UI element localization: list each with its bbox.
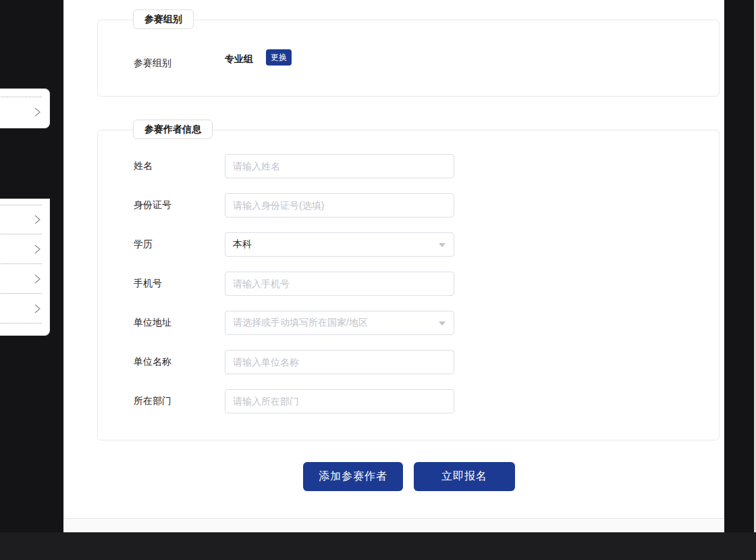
sidebar-accordion-group-1 [0,88,50,128]
divider [0,323,42,324]
page-background-band [63,519,724,532]
work-address-select[interactable]: 请选择或手动填写所在国家/地区 [225,311,454,335]
author-section-legend: 参赛作者信息 [133,120,213,139]
sidebar-item-row[interactable] [32,274,42,284]
add-author-button[interactable]: 添加参赛作者 [303,462,403,491]
page: 参赛组别 参赛组别 专业组 更换 参赛作者信息 姓名 身份证号 学历 本科 手机… [0,0,756,560]
id-number-label: 身份证号 [134,193,171,218]
divider [0,293,42,294]
divider [0,97,42,97]
phone-input[interactable] [225,272,454,296]
department-input[interactable] [225,389,454,413]
sidebar-item-row[interactable] [32,244,42,255]
group-section-legend: 参赛组别 [133,9,194,29]
chevron-down-icon [439,243,446,247]
sidebar-item-row[interactable] [32,303,42,314]
sidebar-item-row[interactable] [32,107,42,118]
work-address-select-placeholder: 请选择或手动填写所在国家/地区 [233,317,435,329]
group-value: 专业组 [225,51,253,68]
name-label: 姓名 [134,154,153,178]
chevron-right-icon [32,303,42,314]
divider [0,263,42,264]
footer [0,532,756,560]
group-row-label: 参赛组别 [134,51,171,76]
work-unit-label: 单位名称 [134,350,171,374]
education-select-value: 本科 [233,238,435,251]
registration-form-panel: 参赛组别 参赛组别 专业组 更换 参赛作者信息 姓名 身份证号 学历 本科 手机… [63,0,724,519]
group-section-card [97,20,720,97]
divider [0,205,42,205]
phone-label: 手机号 [134,272,162,296]
sidebar-item-row[interactable] [32,214,42,225]
department-label: 所在部门 [134,389,171,413]
id-number-input[interactable] [225,193,454,218]
work-address-label: 单位地址 [134,311,171,335]
change-group-button[interactable]: 更换 [266,49,292,66]
register-now-button[interactable]: 立即报名 [414,462,515,491]
chevron-right-icon [32,274,42,284]
chevron-right-icon [32,244,42,255]
divider [0,234,42,234]
education-select[interactable]: 本科 [225,232,454,257]
chevron-right-icon [32,107,42,118]
sidebar-accordion-group-2 [0,199,50,336]
name-input[interactable] [225,154,454,178]
chevron-right-icon [32,214,42,225]
chevron-down-icon [439,322,446,326]
education-label: 学历 [134,232,153,257]
work-unit-input[interactable] [225,350,454,374]
